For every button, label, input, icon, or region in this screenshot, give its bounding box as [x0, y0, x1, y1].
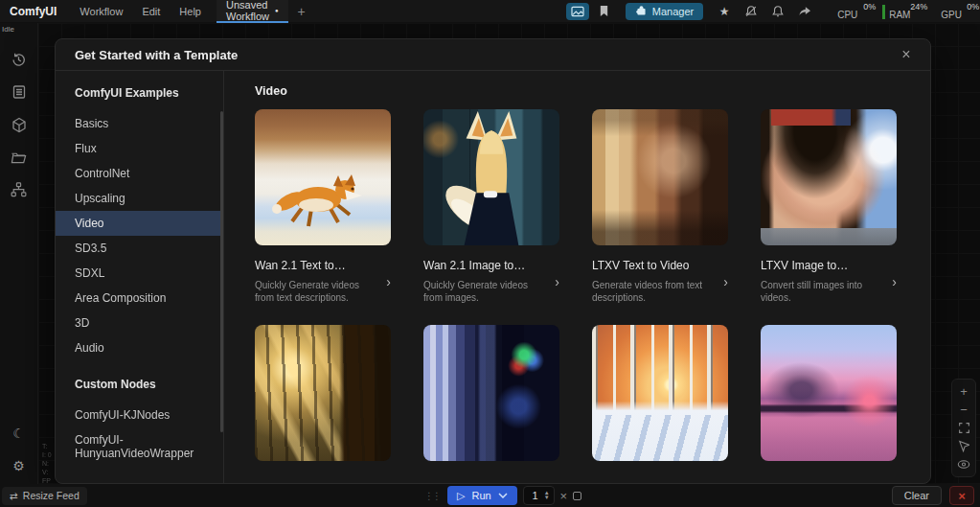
- card-description: Quickly Generate videos from images.: [423, 279, 536, 304]
- cancel-run-icon[interactable]: ×: [560, 489, 568, 503]
- template-card-birch[interactable]: [592, 325, 728, 461]
- share-icon[interactable]: [793, 3, 816, 20]
- card-description: Convert still images into videos.: [761, 279, 874, 304]
- feed-controls: Clear ×: [892, 486, 974, 505]
- modal-close-icon[interactable]: ×: [896, 44, 917, 65]
- chevron-right-icon[interactable]: ›: [386, 274, 391, 289]
- category-basics[interactable]: Basics: [56, 111, 223, 136]
- drag-handle-icon[interactable]: ⋮⋮: [424, 491, 440, 501]
- stepper-down-icon[interactable]: ▼: [544, 495, 550, 500]
- run-controls: ⋮⋮ ▷ Run 1 ▲ ▼ ×: [424, 486, 581, 505]
- template-card-ltxv-image-to-video[interactable]: LTXV Image to… Convert still images into…: [761, 109, 897, 304]
- template-card-seascape[interactable]: [761, 325, 897, 461]
- manager-button-label: Manager: [652, 6, 694, 17]
- chevron-right-icon[interactable]: ›: [892, 274, 897, 289]
- notification-muted-icon[interactable]: [740, 3, 763, 20]
- comfyui-logo: ComfyUI: [10, 5, 57, 18]
- chevron-right-icon[interactable]: ›: [555, 274, 559, 289]
- unsaved-dot-icon: ●: [275, 8, 279, 13]
- template-card-forest[interactable]: [255, 325, 391, 461]
- category-controlnet[interactable]: ControlNet: [56, 161, 223, 186]
- clear-feed-button[interactable]: Clear: [892, 486, 942, 505]
- thumbnail-winter-birch-sunset-painting[interactable]: [592, 325, 728, 461]
- fit-view-button[interactable]: [952, 419, 975, 437]
- card-title: LTXV Image to…: [761, 259, 874, 272]
- menu-edit[interactable]: Edit: [132, 0, 170, 23]
- manager-button[interactable]: Manager: [626, 3, 703, 20]
- modal-body: ComfyUI Examples Basics Flux ControlNet …: [56, 70, 930, 483]
- thumbnail-fox-running-in-snow[interactable]: [255, 109, 391, 245]
- menu-help[interactable]: Help: [170, 0, 211, 23]
- category-3d[interactable]: 3D: [56, 311, 223, 335]
- batch-count-value[interactable]: 1: [532, 490, 539, 501]
- play-icon: ▷: [457, 490, 465, 502]
- thumbnail-forest-sunbeams[interactable]: [255, 325, 391, 461]
- category-sdxl[interactable]: SDXL: [56, 261, 223, 286]
- category-sd35[interactable]: SD3.5: [56, 236, 223, 261]
- select-cursor-button[interactable]: [952, 437, 975, 455]
- star-icon[interactable]: ★: [713, 3, 736, 20]
- template-card-grid: Wan 2.1 Text to… Quickly Generate videos…: [255, 109, 917, 461]
- stat-line: V:: [42, 468, 52, 476]
- stat-line: N:: [42, 459, 52, 468]
- category-comfyui-hunyuanvideowrapper[interactable]: ComfyUI-HunyuanVideoWrapper: [56, 427, 223, 466]
- nav-scrollbar[interactable]: [220, 111, 223, 432]
- canvas-toolbar: + −: [951, 379, 976, 477]
- category-comfyui-kjnodes[interactable]: ComfyUI-KJNodes: [56, 403, 223, 427]
- category-area-composition[interactable]: Area Composition: [56, 286, 223, 311]
- notification-icon[interactable]: [766, 3, 789, 20]
- node-map-icon[interactable]: [0, 173, 38, 206]
- resize-feed-icon: ⇄: [10, 490, 18, 501]
- nav-section-examples: ComfyUI Examples: [56, 79, 223, 111]
- thumbnail-pink-sunset-seascape[interactable]: [761, 325, 897, 461]
- resize-feed-label: Resize Feed: [23, 490, 80, 501]
- ram-label: RAM: [889, 10, 910, 20]
- close-feed-button[interactable]: ×: [949, 486, 974, 505]
- thumbnail-abstract-color-blur[interactable]: [423, 325, 559, 461]
- image-feed-icon[interactable]: [566, 3, 589, 20]
- category-upscaling[interactable]: Upscaling: [56, 186, 223, 211]
- template-card-wan21-text-to-video[interactable]: Wan 2.1 Text to… Quickly Generate videos…: [255, 109, 391, 304]
- new-workflow-button[interactable]: +: [288, 4, 315, 19]
- batch-count-input[interactable]: 1 ▲ ▼: [523, 486, 555, 505]
- zoom-in-button[interactable]: +: [952, 382, 975, 401]
- category-flux[interactable]: Flux: [56, 136, 223, 161]
- thumbnail-anime-fox-girl-interior[interactable]: [423, 109, 559, 245]
- modal-header: Get Started with a Template ×: [56, 39, 930, 70]
- model-library-icon[interactable]: [0, 108, 38, 141]
- category-audio[interactable]: Audio: [56, 335, 223, 360]
- cpu-value: 0%: [863, 2, 876, 12]
- nav-section-custom-nodes: Custom Nodes: [56, 360, 223, 403]
- menubar-actions: Manager ★: [566, 3, 816, 20]
- workflows-folder-icon[interactable]: [0, 141, 38, 173]
- bookmark-icon[interactable]: [593, 3, 616, 20]
- background-stats-overlay: T: I: 0 N: V: FP: [42, 442, 52, 485]
- chevron-right-icon[interactable]: ›: [723, 274, 728, 289]
- run-button-label: Run: [471, 490, 490, 501]
- template-card-wan21-image-to-video[interactable]: Wan 2.1 Image to… Quickly Generate video…: [423, 109, 559, 304]
- template-card-ltxv-text-to-video[interactable]: LTXV Text to Video Generate videos from …: [592, 109, 728, 304]
- theme-toggle-moon-icon[interactable]: ☾: [0, 417, 38, 449]
- thumbnail-portrait-billboard-city[interactable]: [761, 109, 897, 245]
- settings-gear-icon[interactable]: ⚙: [0, 449, 38, 482]
- card-caption: Wan 2.1 Text to… Quickly Generate videos…: [255, 259, 391, 304]
- card-description: Generate videos from text descriptions.: [592, 279, 705, 304]
- batch-count-steppers[interactable]: ▲ ▼: [544, 491, 550, 500]
- template-card-abstract[interactable]: [423, 325, 559, 461]
- toggle-visibility-eye-button[interactable]: [952, 455, 975, 473]
- menubar: ComfyUI Workflow Edit Help Unsaved Workf…: [0, 0, 980, 23]
- run-options-chevron-icon[interactable]: [498, 493, 508, 498]
- card-caption: LTXV Text to Video Generate videos from …: [592, 259, 728, 304]
- zoom-out-button[interactable]: −: [952, 401, 975, 419]
- category-video[interactable]: Video: [56, 211, 223, 236]
- node-library-icon[interactable]: [0, 76, 38, 108]
- resize-feed-button[interactable]: ⇄ Resize Feed: [2, 487, 87, 505]
- stop-icon[interactable]: [573, 492, 581, 500]
- run-button[interactable]: ▷ Run: [447, 486, 517, 505]
- ram-stat: RAM 24%: [881, 2, 931, 21]
- rail-bottom-group: ☾ ⚙: [0, 417, 38, 482]
- workflow-tab[interactable]: Unsaved Workflow ●: [217, 0, 288, 23]
- history-icon[interactable]: [0, 43, 38, 76]
- menu-workflow[interactable]: Workflow: [70, 0, 132, 23]
- thumbnail-smiling-woman-closeup[interactable]: [592, 109, 728, 245]
